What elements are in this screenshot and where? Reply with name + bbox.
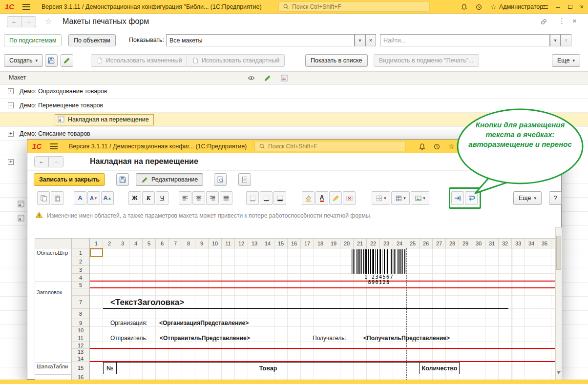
sheet-column-header[interactable]: 1 bbox=[90, 239, 103, 248]
sheet-column-header[interactable]: 20 bbox=[340, 239, 354, 248]
borders-menu-button[interactable]: ▾ bbox=[372, 191, 390, 205]
page-setup-button[interactable] bbox=[238, 173, 251, 186]
sheet-column-header[interactable]: 6 bbox=[156, 239, 169, 248]
use-modified-button[interactable]: Использовать измененный bbox=[91, 54, 188, 67]
scrollbar-thumb[interactable] bbox=[556, 236, 561, 270]
sheet-column-header[interactable]: 2 bbox=[103, 239, 116, 248]
main-menu-icon[interactable] bbox=[50, 143, 58, 149]
spreadsheet-editor[interactable]: ОбластьШтр Заголовок ШапкаТабли 12345789… bbox=[35, 238, 555, 380]
column-header-template[interactable]: Макет bbox=[9, 74, 26, 81]
increase-font-button[interactable]: А▲ bbox=[101, 191, 114, 205]
scroll-up-icon[interactable] bbox=[557, 230, 561, 234]
cell-org-value[interactable]: <ОрганизацияПредставление> bbox=[159, 319, 249, 327]
italic-button[interactable]: К bbox=[142, 191, 155, 205]
sheet-column-header[interactable]: 4 bbox=[129, 239, 143, 248]
sheet-column-header[interactable]: 13 bbox=[248, 239, 261, 248]
print-submenu-visibility-button[interactable]: Видимость в подменю "Печать"... bbox=[374, 54, 479, 67]
sheet-column-header[interactable]: 21 bbox=[354, 239, 367, 248]
sheet-row[interactable] bbox=[90, 248, 555, 257]
show-in-list-button[interactable]: Показать в списке bbox=[305, 54, 368, 67]
back-button[interactable]: ← bbox=[7, 16, 21, 27]
expand-icon[interactable]: + bbox=[8, 159, 14, 165]
find-dropdown-icon[interactable]: ▾ bbox=[550, 34, 561, 46]
insert-picture-menu-button[interactable]: ▾ bbox=[411, 191, 429, 205]
create-button[interactable]: Создать▾ bbox=[4, 54, 43, 67]
sheet-row-header[interactable]: 4 bbox=[72, 274, 89, 282]
show-filter-dropdown-icon[interactable]: ▾ bbox=[355, 34, 365, 46]
vertical-scrollbar[interactable] bbox=[555, 227, 562, 380]
history-icon[interactable] bbox=[474, 2, 483, 11]
global-search-input[interactable]: Поиск Ctrl+Shift+F bbox=[278, 1, 430, 12]
sheet-row[interactable] bbox=[90, 309, 555, 319]
editing-toggle-button[interactable]: Редактирование bbox=[136, 173, 203, 186]
show-filter-clear-icon[interactable]: × bbox=[365, 34, 376, 46]
sheet-row-header[interactable]: 11 bbox=[72, 334, 89, 342]
sheet-row-header[interactable]: 14 bbox=[72, 355, 89, 362]
sheet-row-header[interactable]: 8 bbox=[72, 309, 89, 319]
sheet-row[interactable] bbox=[90, 266, 555, 274]
sheet-column-header[interactable]: 18 bbox=[314, 239, 327, 248]
sheet-row-header[interactable]: 1 bbox=[72, 248, 89, 257]
close-page-button[interactable]: × bbox=[572, 17, 577, 25]
expand-icon[interactable]: + bbox=[8, 131, 14, 137]
sheet-row-header[interactable]: 5 bbox=[72, 282, 89, 288]
cell-sender-value[interactable]: <ОтправительПредставление> bbox=[160, 334, 250, 342]
sheet-column-header[interactable]: 33 bbox=[512, 239, 525, 248]
sheet-cells-area[interactable]: 1 234567 890128 <ТекстЗаголовка> Организ… bbox=[90, 248, 555, 380]
expand-icon[interactable]: + bbox=[8, 88, 14, 94]
active-cell-cursor[interactable] bbox=[90, 248, 103, 257]
cell-number-header[interactable]: № bbox=[103, 362, 117, 374]
sheet-row-header[interactable]: 13 bbox=[72, 349, 89, 355]
decrease-font-button[interactable]: А▼ bbox=[87, 191, 100, 205]
border-medium-button[interactable] bbox=[260, 191, 273, 205]
settings-sliders-icon[interactable] bbox=[540, 2, 550, 11]
border-thin-button[interactable] bbox=[246, 191, 259, 205]
close-window-button[interactable]: × bbox=[576, 2, 587, 12]
current-user[interactable]: Администратор bbox=[499, 3, 543, 10]
sheet-row-header[interactable]: 15 bbox=[72, 362, 89, 374]
history-icon[interactable] bbox=[432, 142, 441, 151]
visibility-eye-icon[interactable] bbox=[247, 74, 255, 83]
cell-org-label[interactable]: Организация: bbox=[110, 319, 147, 327]
print-preview-button[interactable] bbox=[214, 173, 227, 186]
text-color-button[interactable]: А bbox=[315, 191, 328, 205]
sheet-column-header[interactable]: 28 bbox=[446, 239, 459, 248]
sheet-row-header[interactable]: 12 bbox=[72, 342, 89, 349]
sheet-column-header[interactable]: 31 bbox=[485, 239, 499, 248]
sheet-column-header[interactable]: 11 bbox=[222, 239, 235, 248]
get-link-icon[interactable] bbox=[540, 18, 548, 27]
align-left-button[interactable] bbox=[179, 191, 191, 205]
sheet-column-header[interactable]: 7 bbox=[169, 239, 182, 248]
cell-goods-header[interactable]: Товар bbox=[116, 362, 420, 374]
sheet-column-header[interactable]: 34 bbox=[525, 239, 538, 248]
collapse-icon[interactable]: − bbox=[8, 102, 14, 108]
find-input[interactable]: Найти... bbox=[380, 34, 550, 46]
sheet-column-header[interactable]: 36 bbox=[551, 239, 555, 248]
tab-by-objects[interactable]: По объектам bbox=[68, 34, 116, 46]
standard-template-icon[interactable] bbox=[280, 74, 288, 83]
sheet-column-header[interactable]: 3 bbox=[116, 239, 129, 248]
sheet-column-header[interactable]: 10 bbox=[209, 239, 222, 248]
clear-format-button[interactable] bbox=[343, 191, 356, 205]
fill-color-button[interactable] bbox=[302, 191, 315, 205]
maximize-button[interactable] bbox=[565, 2, 575, 12]
section-name[interactable]: ОбластьШтр bbox=[37, 250, 71, 256]
copy-button[interactable] bbox=[37, 191, 50, 205]
sheet-row-header[interactable]: 10 bbox=[72, 327, 89, 334]
sheet-row[interactable] bbox=[90, 327, 555, 334]
align-justify-button[interactable] bbox=[220, 191, 232, 205]
page-menu-kebab-icon[interactable]: ⋮ bbox=[558, 17, 566, 25]
scroll-down-icon[interactable] bbox=[557, 374, 561, 378]
sheet-column-header[interactable]: 9 bbox=[195, 239, 209, 248]
align-right-button[interactable] bbox=[206, 191, 219, 205]
sheet-column-header[interactable]: 15 bbox=[274, 239, 288, 248]
sheet-row-header[interactable] bbox=[72, 288, 89, 296]
save-and-close-button[interactable]: Записать и закрыть bbox=[34, 173, 105, 186]
sheet-column-header[interactable]: 29 bbox=[459, 239, 472, 248]
cell-qty-header[interactable]: Количество bbox=[420, 362, 460, 374]
sheet-column-header[interactable]: 26 bbox=[420, 239, 433, 248]
sheet-column-header[interactable]: 5 bbox=[143, 239, 156, 248]
favorites-star-icon[interactable]: ☆ bbox=[488, 2, 498, 11]
notifications-bell-icon[interactable] bbox=[417, 142, 427, 151]
forward-button[interactable]: → bbox=[49, 156, 63, 167]
